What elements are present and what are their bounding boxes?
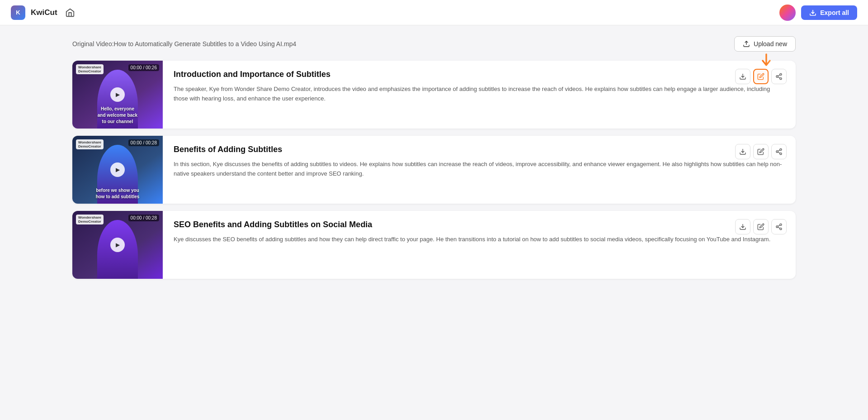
video-timer-3: 00:00 / 00:28: [128, 215, 159, 221]
video-timer-1: 00:00 / 00:26: [128, 64, 159, 71]
upload-icon: [743, 40, 750, 48]
thumbnail-2[interactable]: ▶ 00:00 / 00:28 before we show youhow to…: [72, 136, 163, 204]
svg-point-6: [776, 151, 778, 153]
share-button-1[interactable]: [771, 69, 787, 84]
card-title-2: Benefits of Adding Subtitles: [174, 145, 785, 154]
share-button-2[interactable]: [771, 144, 787, 159]
upload-new-button[interactable]: Upload new: [734, 36, 796, 52]
page-bar: Original Video:How to Automatically Gene…: [72, 36, 796, 52]
svg-line-4: [778, 75, 780, 76]
down-arrow-icon: [760, 53, 773, 68]
original-video-label: Original Video:How to Automatically Gene…: [72, 40, 296, 48]
svg-point-11: [776, 226, 778, 228]
app-header: K KwiCut Export all: [0, 0, 868, 25]
download-icon-3: [739, 223, 746, 230]
svg-point-10: [780, 224, 782, 225]
header-right: Export all: [779, 5, 857, 21]
cards-container: ▶ 00:00 / 00:26 Hello, everyoneand welco…: [72, 61, 796, 279]
download-icon-1: [739, 73, 746, 80]
card-actions-1: [735, 69, 787, 84]
svg-point-2: [780, 78, 782, 80]
thumb-caption-1: Hello, everyoneand welcome backto our ch…: [72, 106, 163, 125]
edit-icon-3: [757, 223, 764, 230]
card-title-1: Introduction and Importance of Subtitles: [174, 70, 785, 79]
thumb-caption-2: before we show youhow to add subtitles: [72, 187, 163, 200]
home-button[interactable]: [63, 5, 77, 20]
card-body-3: SEO Benefits and Adding Subtitles on Soc…: [163, 211, 796, 279]
play-button-1[interactable]: ▶: [110, 87, 125, 102]
upload-btn-wrap: Upload new: [734, 36, 796, 52]
card-desc-2: In this section, Kye discusses the benef…: [174, 160, 785, 179]
svg-point-12: [780, 228, 782, 230]
export-all-button[interactable]: Export all: [801, 5, 857, 20]
app-logo-text: KwiCut: [31, 8, 57, 17]
edit-button-1[interactable]: [753, 69, 769, 84]
svg-line-9: [778, 150, 780, 151]
wondershare-logo-1: WondershareDemoCreator: [76, 64, 104, 74]
play-button-2[interactable]: ▶: [110, 162, 125, 177]
video-card-1: ▶ 00:00 / 00:26 Hello, everyoneand welco…: [72, 61, 796, 129]
svg-point-7: [780, 153, 782, 155]
video-card-3: ▶ 00:00 / 00:28 WondershareDemoCreator: [72, 211, 796, 279]
download-icon-2: [739, 148, 746, 155]
svg-point-5: [780, 148, 782, 150]
page-content: Original Video:How to Automatically Gene…: [0, 25, 868, 297]
wondershare-logo-2: WondershareDemoCreator: [76, 139, 104, 149]
thumbnail-3[interactable]: ▶ 00:00 / 00:28 WondershareDemoCreator: [72, 211, 163, 279]
video-timer-2: 00:00 / 00:28: [128, 139, 159, 146]
share-icon-1: [775, 73, 783, 80]
wondershare-logo-3: WondershareDemoCreator: [76, 215, 104, 224]
svg-point-1: [776, 76, 778, 77]
play-button-3[interactable]: ▶: [110, 238, 125, 252]
edit-icon-2: [757, 148, 764, 155]
app-logo-icon: K: [11, 5, 25, 20]
svg-point-0: [780, 73, 782, 75]
svg-line-3: [778, 77, 780, 78]
card-title-3: SEO Benefits and Adding Subtitles on Soc…: [174, 220, 785, 229]
thumbnail-1[interactable]: ▶ 00:00 / 00:26 Hello, everyoneand welco…: [72, 61, 163, 129]
edit-icon-1: [757, 73, 764, 80]
card-body-1: Introduction and Importance of Subtitles…: [163, 61, 796, 129]
download-button-3[interactable]: [735, 219, 750, 234]
card-body-2: Benefits of Adding Subtitles In this sec…: [163, 136, 796, 204]
share-icon-2: [775, 148, 783, 155]
video-card-2: ▶ 00:00 / 00:28 before we show youhow to…: [72, 136, 796, 204]
svg-line-8: [778, 152, 780, 153]
svg-line-14: [778, 225, 780, 226]
download-button-1[interactable]: [735, 69, 750, 84]
share-button-3[interactable]: [771, 219, 787, 234]
card-actions-2: [735, 144, 787, 159]
svg-line-13: [778, 227, 780, 229]
avatar[interactable]: [779, 5, 796, 21]
card-desc-1: The speaker, Kye from Wonder Share Demo …: [174, 85, 785, 104]
arrow-indicator: [760, 53, 773, 70]
edit-button-2[interactable]: [753, 144, 769, 159]
edit-button-3[interactable]: [753, 219, 769, 234]
download-button-2[interactable]: [735, 144, 750, 159]
card-actions-3: [735, 219, 787, 234]
share-icon-3: [775, 223, 783, 230]
header-left: K KwiCut: [11, 5, 77, 20]
card-desc-3: Kye discusses the SEO benefits of adding…: [174, 235, 785, 244]
